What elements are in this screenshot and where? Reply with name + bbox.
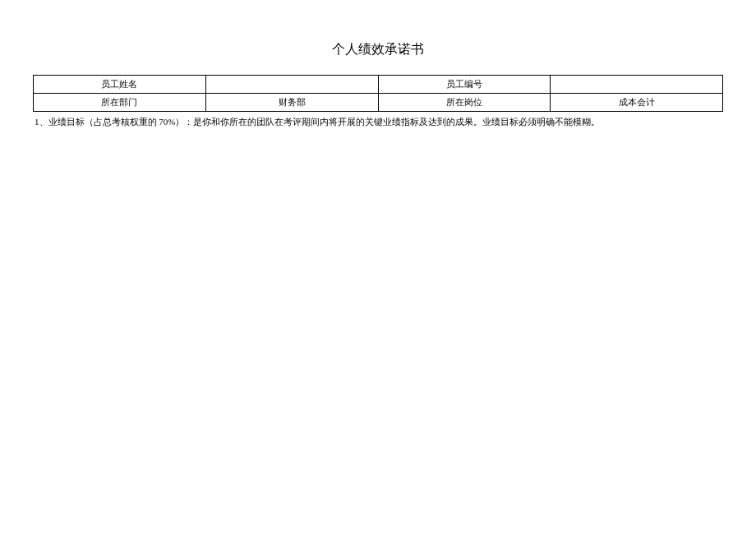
table-row: 所在部门 财务部 所在岗位 成本会计	[34, 94, 723, 112]
performance-note: 1、业绩目标（占总考核权重的 70%）：是你和你所在的团队在考评期间内将开展的关…	[33, 115, 723, 130]
position-value: 成本会计	[551, 94, 723, 112]
employee-id-label: 员工编号	[378, 76, 551, 94]
info-table: 员工姓名 员工编号 所在部门 财务部 所在岗位 成本会计	[33, 75, 723, 112]
position-label: 所在岗位	[378, 94, 551, 112]
employee-name-value	[205, 76, 378, 94]
employee-id-value	[551, 76, 723, 94]
department-value: 财务部	[205, 94, 378, 112]
employee-name-label: 员工姓名	[34, 76, 206, 94]
document-title: 个人绩效承诺书	[33, 41, 723, 58]
table-row: 员工姓名 员工编号	[34, 76, 723, 94]
department-label: 所在部门	[34, 94, 206, 112]
